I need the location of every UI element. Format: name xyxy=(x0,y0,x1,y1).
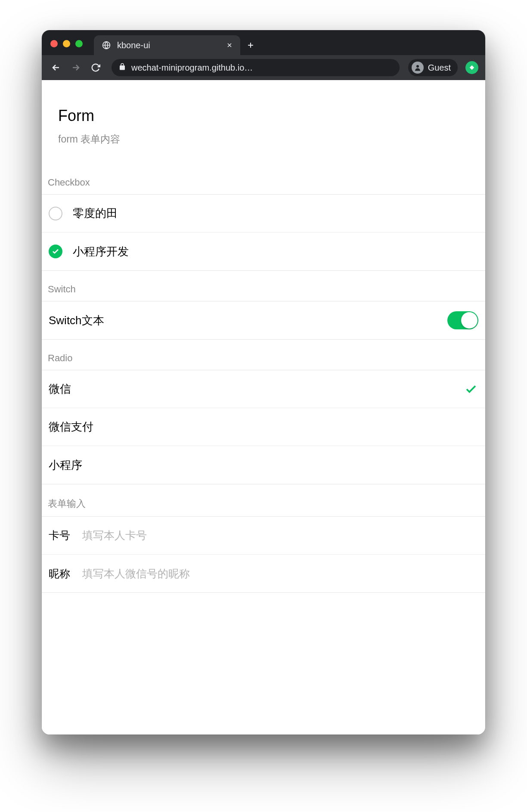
switch-group: Switch文本 xyxy=(42,301,485,340)
card-number-input[interactable] xyxy=(82,529,478,542)
back-button[interactable] xyxy=(49,60,63,75)
close-window-icon[interactable] xyxy=(50,40,58,47)
switch-cell[interactable]: Switch文本 xyxy=(42,301,485,339)
globe-icon xyxy=(102,40,111,50)
checkbox-checked-icon xyxy=(49,245,62,258)
browser-toolbar: wechat-miniprogram.github.io… Guest xyxy=(42,55,485,80)
input-label: 昵称 xyxy=(49,567,82,581)
switch-label: Switch文本 xyxy=(49,313,447,328)
checkbox-cell[interactable]: 零度的田 xyxy=(42,195,485,232)
browser-tab[interactable]: kbone-ui xyxy=(94,35,240,55)
close-tab-icon[interactable] xyxy=(225,40,234,50)
window-controls xyxy=(42,40,83,55)
section-title-checkbox: Checkbox xyxy=(42,177,485,194)
radio-label: 微信 xyxy=(49,381,464,397)
forward-button[interactable] xyxy=(68,60,83,75)
section-title-switch: Switch xyxy=(42,284,485,301)
radio-group: 微信 微信支付 小程序 xyxy=(42,370,485,484)
tab-title: kbone-ui xyxy=(117,40,219,50)
radio-cell[interactable]: 微信支付 xyxy=(42,408,485,446)
address-bar[interactable]: wechat-miniprogram.github.io… xyxy=(112,59,400,76)
radio-label: 微信支付 xyxy=(49,419,478,434)
minimize-window-icon[interactable] xyxy=(63,40,70,47)
input-label: 卡号 xyxy=(49,528,82,542)
switch-toggle[interactable] xyxy=(447,311,478,329)
check-icon xyxy=(464,382,478,397)
checkbox-label: 小程序开发 xyxy=(73,244,478,259)
input-cell-card: 卡号 xyxy=(42,517,485,555)
maximize-window-icon[interactable] xyxy=(75,40,83,47)
section-title-radio: Radio xyxy=(42,353,485,370)
browser-window: kbone-ui wechat-miniprogram.github.io… xyxy=(42,30,485,735)
extension-badge-icon[interactable] xyxy=(465,61,478,74)
checkbox-label: 零度的田 xyxy=(73,206,478,221)
page-subtitle: form 表单内容 xyxy=(58,133,469,146)
checkbox-icon xyxy=(49,207,62,220)
switch-knob-icon xyxy=(461,312,477,329)
svg-point-1 xyxy=(416,65,419,68)
lock-icon xyxy=(118,63,126,72)
reload-button[interactable] xyxy=(88,60,103,75)
person-icon xyxy=(412,62,424,74)
checkbox-group: 零度的田 小程序开发 xyxy=(42,194,485,271)
radio-label: 小程序 xyxy=(49,458,478,473)
input-group: 卡号 昵称 xyxy=(42,516,485,593)
profile-label: Guest xyxy=(428,63,451,73)
radio-cell[interactable]: 小程序 xyxy=(42,446,485,484)
checkbox-cell[interactable]: 小程序开发 xyxy=(42,232,485,270)
new-tab-button[interactable] xyxy=(240,35,261,55)
page-content: Form form 表单内容 Checkbox 零度的田 小程序开发 Switc… xyxy=(42,80,485,735)
input-cell-nickname: 昵称 xyxy=(42,555,485,592)
page-header: Form form 表单内容 xyxy=(42,80,485,177)
titlebar: kbone-ui xyxy=(42,30,485,55)
page-title: Form xyxy=(58,107,469,125)
url-text: wechat-miniprogram.github.io… xyxy=(131,63,253,73)
nickname-input[interactable] xyxy=(82,567,478,580)
profile-chip[interactable]: Guest xyxy=(408,59,458,76)
section-title-input: 表单输入 xyxy=(42,497,485,516)
radio-cell[interactable]: 微信 xyxy=(42,370,485,408)
